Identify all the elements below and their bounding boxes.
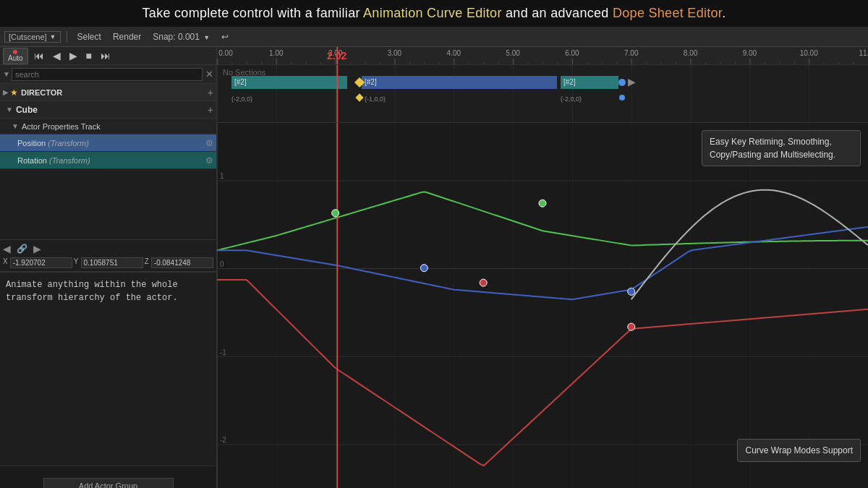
cube-group-header[interactable]: ▼ Cube + [0, 101, 216, 119]
toolbar-sep-1 [67, 31, 67, 43]
auto-button[interactable]: Auto [3, 48, 28, 64]
apt-label: Actor Properties Track [22, 122, 101, 131]
director-arrow-icon: ▶ [3, 88, 9, 96]
add-actor-container: Add Actor Group [0, 466, 216, 488]
search-input[interactable] [12, 68, 203, 81]
y-field[interactable] [81, 257, 143, 268]
director-add-icon[interactable]: + [208, 87, 213, 98]
prev-key-button[interactable]: ◀ [3, 243, 11, 254]
cutscene-label: [Cutscene] [9, 33, 47, 41]
transport-controls: Auto ⏮ ◀ ▶ ■ ⏭ [0, 47, 217, 64]
transform-values: ◀ 🔗 ▶ X Y Z [0, 239, 216, 272]
timeline-ruler: 2.02 [217, 47, 868, 64]
track-list: ▶ ★ DIRECTOR + ▼ Cube + ▼ Actor Properti… [0, 84, 216, 239]
cube-label: Cube [16, 105, 208, 115]
cutscene-dropdown[interactable]: [Cutscene] ▼ [4, 31, 61, 43]
timeline-header: Auto ⏮ ◀ ▶ ■ ⏭ 2.02 [0, 47, 868, 65]
left-panel: ▼ ✕ ▶ ★ DIRECTOR + ▼ Cube + ▼ Actor Prop… [0, 65, 217, 488]
x-label: X [3, 257, 8, 268]
lock-icon[interactable]: 🔗 [17, 244, 27, 254]
banner-prefix: Take complete control with a familiar [142, 6, 364, 20]
director-label: DIRECTOR [21, 88, 208, 97]
banner-yellow: Animation Curve Editor [363, 6, 502, 20]
auto-label: Auto [8, 54, 23, 62]
transport-start-button[interactable]: ⏮ [31, 48, 47, 63]
undo-button[interactable]: ↩ [217, 30, 233, 43]
cutscene-arrow-icon: ▼ [50, 33, 56, 40]
animate-text: Animate anything within the whole transf… [0, 272, 216, 310]
next-key-button[interactable]: ▶ [33, 243, 41, 254]
z-field[interactable] [151, 257, 213, 268]
toolbar: [Cutscene] ▼ Select Render Snap: 0.001 ▼… [0, 27, 868, 47]
left-panel-spacer [0, 310, 216, 466]
tree-collapse-icon[interactable]: ▼ [3, 70, 10, 78]
director-star-icon: ★ [10, 87, 18, 98]
search-bar: ▼ ✕ [0, 65, 216, 84]
add-actor-group-button[interactable]: Add Actor Group [43, 478, 174, 488]
render-button[interactable]: Render [109, 30, 145, 43]
main-area: ▼ ✕ ▶ ★ DIRECTOR + ▼ Cube + ▼ Actor Prop… [0, 65, 868, 488]
rotation-gear-icon[interactable]: ⚙ [205, 155, 213, 166]
banner-suffix: . [722, 6, 726, 20]
position-track[interactable]: Position (Transform) ⚙ [0, 134, 216, 152]
x-field[interactable] [10, 257, 72, 268]
apt-arrow-icon: ▼ [12, 122, 19, 130]
no-sections-label: No Sections [223, 68, 265, 77]
dope-canvas [217, 65, 868, 123]
rotation-track-label: Rotation (Transform) [17, 156, 205, 165]
curve-canvas [217, 123, 868, 488]
rotation-track[interactable]: Rotation (Transform) ⚙ [0, 152, 216, 169]
right-panel: No Sections Easy Key Retiming, Smoothing… [217, 65, 868, 488]
transport-prev-button[interactable]: ◀ [50, 48, 64, 63]
select-button[interactable]: Select [73, 30, 106, 43]
playhead-time-label: 2.02 [327, 50, 346, 61]
cube-arrow-icon: ▼ [6, 106, 13, 114]
banner: Take complete control with a familiar An… [0, 0, 868, 27]
banner-orange: Dope Sheet Editor [613, 6, 722, 20]
dope-sheet: No Sections [217, 65, 868, 123]
snap-label: Snap: 0.001 ▼ [148, 30, 214, 43]
z-label: Z [145, 257, 149, 268]
transport-stop-button[interactable]: ■ [83, 48, 95, 63]
apt-header[interactable]: ▼ Actor Properties Track [0, 119, 216, 134]
director-group-header[interactable]: ▶ ★ DIRECTOR + [0, 84, 216, 101]
snap-arrow-icon: ▼ [203, 34, 210, 41]
y-label: Y [74, 257, 79, 268]
banner-middle: and an advanced [502, 6, 613, 20]
transport-play-button[interactable]: ▶ [67, 48, 80, 63]
transport-end-button[interactable]: ⏭ [98, 48, 114, 63]
curve-editor: Easy Key Retiming, Smoothing, Copy/Pasti… [217, 123, 868, 488]
close-search-icon[interactable]: ✕ [205, 69, 213, 80]
position-gear-icon[interactable]: ⚙ [205, 138, 213, 148]
cube-add-icon[interactable]: + [208, 104, 213, 116]
position-track-label: Position (Transform) [17, 139, 205, 147]
